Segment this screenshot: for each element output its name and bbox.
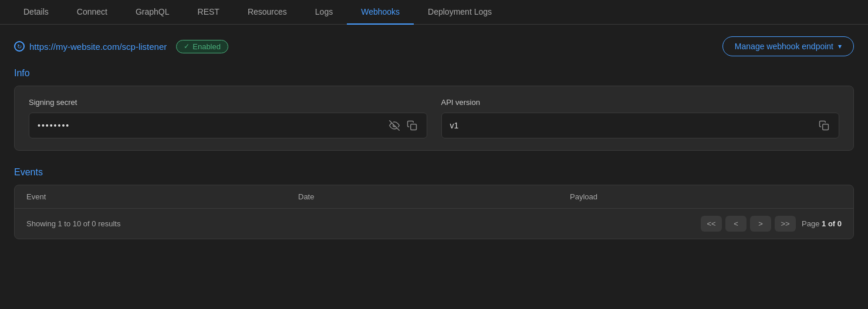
main-content: ↻ https://my-website.com/scp-listener En… xyxy=(0,25,868,251)
column-event: Event xyxy=(26,192,298,201)
api-version-value: v1 xyxy=(450,121,818,130)
copy-icon xyxy=(407,120,417,131)
svg-rect-2 xyxy=(823,124,829,130)
last-page-button[interactable]: >> xyxy=(775,216,796,232)
tab-logs[interactable]: Logs xyxy=(301,0,347,25)
api-version-label: API version xyxy=(441,98,840,107)
eye-slash-icon xyxy=(389,120,400,131)
events-section: Events Event Date Payload Showing 1 to 1… xyxy=(14,167,854,239)
copy-version-button[interactable] xyxy=(818,119,830,132)
page-label: Page xyxy=(802,219,819,228)
signing-secret-label: Signing secret xyxy=(29,98,427,107)
signing-secret-actions xyxy=(388,119,418,132)
current-page: 1 xyxy=(822,219,826,228)
column-date: Date xyxy=(298,192,570,201)
manage-webhook-label: Manage webhook endpoint xyxy=(735,42,833,51)
info-fields: Signing secret •••••••• xyxy=(29,98,839,138)
svg-rect-1 xyxy=(410,124,416,130)
toggle-visibility-button[interactable] xyxy=(388,119,401,132)
info-card: Signing secret •••••••• xyxy=(14,86,854,151)
webhook-url-text: https://my-website.com/scp-listener xyxy=(29,42,167,52)
enabled-badge: Enabled xyxy=(176,40,228,53)
events-section-heading: Events xyxy=(14,167,854,178)
table-header: Event Date Payload xyxy=(15,185,853,209)
signing-secret-input: •••••••• xyxy=(29,113,427,138)
page-info: Page 1 of 0 xyxy=(802,219,842,228)
tab-deployment-logs[interactable]: Deployment Logs xyxy=(414,0,506,25)
url-row: ↻ https://my-website.com/scp-listener En… xyxy=(14,36,854,56)
api-version-actions xyxy=(818,119,830,132)
tab-bar: Details Connect GraphQL REST Resources L… xyxy=(0,0,868,25)
pagination: << < > >> Page 1 of 0 xyxy=(701,216,842,232)
total-pages: 0 xyxy=(837,219,842,228)
table-footer: Showing 1 to 10 of 0 results << < > >> P… xyxy=(15,209,853,239)
signing-secret-value: •••••••• xyxy=(38,121,388,130)
manage-webhook-button[interactable]: Manage webhook endpoint ▾ xyxy=(722,36,854,56)
chevron-down-icon: ▾ xyxy=(838,42,842,50)
first-page-button[interactable]: << xyxy=(701,216,722,232)
tab-resources[interactable]: Resources xyxy=(234,0,301,25)
signing-secret-group: Signing secret •••••••• xyxy=(29,98,427,138)
sync-icon: ↻ xyxy=(14,41,25,52)
webhook-url-link[interactable]: ↻ https://my-website.com/scp-listener xyxy=(14,41,167,52)
copy-secret-button[interactable] xyxy=(406,119,418,132)
tab-connect[interactable]: Connect xyxy=(63,0,121,25)
events-table: Event Date Payload Showing 1 to 10 of 0 … xyxy=(14,185,854,239)
next-page-button[interactable]: > xyxy=(750,216,771,232)
tab-graphql[interactable]: GraphQL xyxy=(121,0,184,25)
tab-webhooks[interactable]: Webhooks xyxy=(347,0,414,25)
api-version-group: API version v1 xyxy=(441,98,840,138)
copy-icon xyxy=(819,120,829,131)
tab-details[interactable]: Details xyxy=(9,0,63,25)
info-section-heading: Info xyxy=(14,68,854,79)
column-payload: Payload xyxy=(570,192,842,201)
results-text: Showing 1 to 10 of 0 results xyxy=(26,219,120,228)
prev-page-button[interactable]: < xyxy=(725,216,747,232)
api-version-input: v1 xyxy=(441,113,840,138)
tab-rest[interactable]: REST xyxy=(184,0,234,25)
url-left: ↻ https://my-website.com/scp-listener En… xyxy=(14,40,228,53)
